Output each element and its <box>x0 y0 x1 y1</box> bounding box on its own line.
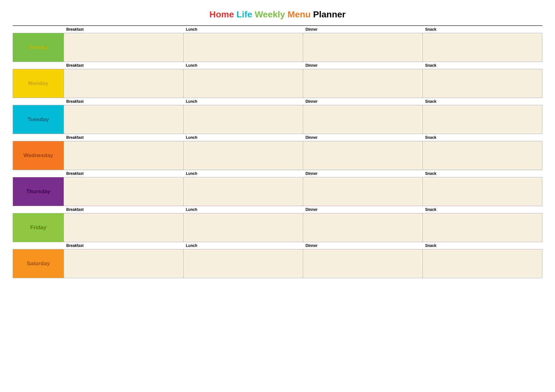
dinner-thursday[interactable] <box>303 177 423 206</box>
day-row-monday: Monday <box>13 69 542 98</box>
dinner-sunday[interactable] <box>303 33 423 62</box>
lunch-sunday[interactable] <box>184 33 303 62</box>
header-row-saturday: Breakfast Lunch Dinner Snack <box>13 242 542 249</box>
header-row-friday: Breakfast Lunch Dinner Snack <box>13 206 542 213</box>
lunch-thursday[interactable] <box>184 177 303 206</box>
lunch-tuesday[interactable] <box>184 105 303 134</box>
header-dinner-sunday: Dinner <box>303 26 423 33</box>
day-row-saturday: Saturday <box>13 249 542 278</box>
lunch-wednesday[interactable] <box>184 141 303 170</box>
header-dinner-monday: Dinner <box>303 62 423 69</box>
lunch-friday[interactable] <box>184 213 303 242</box>
breakfast-thursday[interactable] <box>64 177 184 206</box>
header-dinner-tuesday: Dinner <box>303 98 423 105</box>
day-cell-thursday: Thursday <box>13 177 64 206</box>
breakfast-tuesday[interactable] <box>64 105 184 134</box>
header-snack-friday: Snack <box>423 206 542 213</box>
header-lunch-monday: Lunch <box>184 62 303 69</box>
day-row-thursday: Thursday <box>13 177 542 206</box>
header-dinner-thursday: Dinner <box>303 170 423 177</box>
header-breakfast-sunday: Breakfast <box>64 26 184 33</box>
header-lunch-friday: Lunch <box>184 206 303 213</box>
snack-wednesday[interactable] <box>423 141 542 170</box>
header-lunch-saturday: Lunch <box>184 242 303 249</box>
day-row-tuesday: Tuesday <box>13 105 542 134</box>
header-dinner-wednesday: Dinner <box>303 134 423 141</box>
day-cell-monday: Monday <box>13 69 64 98</box>
header-lunch-tuesday: Lunch <box>184 98 303 105</box>
header-snack-tuesday: Snack <box>423 98 542 105</box>
snack-tuesday[interactable] <box>423 105 542 134</box>
dinner-saturday[interactable] <box>303 249 423 278</box>
header-breakfast-thursday: Breakfast <box>64 170 184 177</box>
header-breakfast-monday: Breakfast <box>64 62 184 69</box>
dinner-wednesday[interactable] <box>303 141 423 170</box>
header-row-tuesday: Breakfast Lunch Dinner Snack <box>13 98 542 105</box>
header-snack-monday: Snack <box>423 62 542 69</box>
header-blank-monday <box>13 62 64 69</box>
snack-thursday[interactable] <box>423 177 542 206</box>
day-cell-sunday: Sunday <box>13 33 64 62</box>
page-title: Home Life Weekly Menu Planner <box>13 9 542 20</box>
header-snack-wednesday: Snack <box>423 134 542 141</box>
header-breakfast-tuesday: Breakfast <box>64 98 184 105</box>
header-breakfast-wednesday: Breakfast <box>64 134 184 141</box>
header-dinner-saturday: Dinner <box>303 242 423 249</box>
header-row-thursday: Breakfast Lunch Dinner Snack <box>13 170 542 177</box>
snack-saturday[interactable] <box>423 249 542 278</box>
day-row-friday: Friday <box>13 213 542 242</box>
header-blank-sunday <box>13 26 64 33</box>
header-lunch-wednesday: Lunch <box>184 134 303 141</box>
breakfast-friday[interactable] <box>64 213 184 242</box>
header-row-monday: Breakfast Lunch Dinner Snack <box>13 62 542 69</box>
header-dinner-friday: Dinner <box>303 206 423 213</box>
header-blank-tuesday <box>13 98 64 105</box>
breakfast-wednesday[interactable] <box>64 141 184 170</box>
header-snack-thursday: Snack <box>423 170 542 177</box>
day-cell-wednesday: Wednesday <box>13 141 64 170</box>
day-cell-friday: Friday <box>13 213 64 242</box>
snack-monday[interactable] <box>423 69 542 98</box>
header-row-sunday: Breakfast Lunch Dinner Snack <box>13 26 542 33</box>
header-breakfast-friday: Breakfast <box>64 206 184 213</box>
header-blank-friday <box>13 206 64 213</box>
header-blank-wednesday <box>13 134 64 141</box>
dinner-monday[interactable] <box>303 69 423 98</box>
day-cell-saturday: Saturday <box>13 249 64 278</box>
header-breakfast-saturday: Breakfast <box>64 242 184 249</box>
breakfast-monday[interactable] <box>64 69 184 98</box>
header-blank-thursday <box>13 170 64 177</box>
breakfast-sunday[interactable] <box>64 33 184 62</box>
dinner-friday[interactable] <box>303 213 423 242</box>
header-lunch-sunday: Lunch <box>184 26 303 33</box>
header-blank-saturday <box>13 242 64 249</box>
snack-sunday[interactable] <box>423 33 542 62</box>
day-row-wednesday: Wednesday <box>13 141 542 170</box>
snack-friday[interactable] <box>423 213 542 242</box>
day-cell-tuesday: Tuesday <box>13 105 64 134</box>
day-row-sunday: Sunday <box>13 33 542 62</box>
planner-table: Breakfast Lunch Dinner Snack Sunday Brea… <box>13 26 542 278</box>
header-snack-sunday: Snack <box>423 26 542 33</box>
dinner-tuesday[interactable] <box>303 105 423 134</box>
header-row-wednesday: Breakfast Lunch Dinner Snack <box>13 134 542 141</box>
header-lunch-thursday: Lunch <box>184 170 303 177</box>
breakfast-saturday[interactable] <box>64 249 184 278</box>
lunch-saturday[interactable] <box>184 249 303 278</box>
lunch-monday[interactable] <box>184 69 303 98</box>
header-snack-saturday: Snack <box>423 242 542 249</box>
